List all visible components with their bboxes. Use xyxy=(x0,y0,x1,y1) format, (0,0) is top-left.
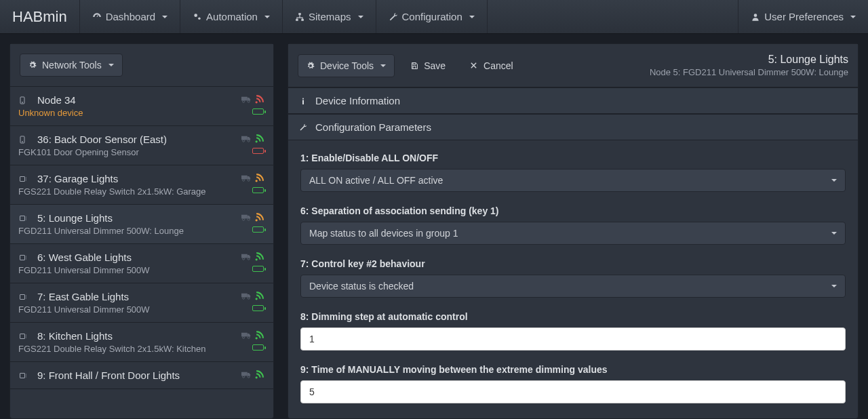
nav-automation[interactable]: Automation xyxy=(180,0,283,33)
section-configuration-parameters[interactable]: Configuration Parameters xyxy=(288,114,858,140)
node-item[interactable]: 9: Front Hall / Front Door Lights xyxy=(10,362,273,389)
button-label: Device Tools xyxy=(320,60,374,71)
svg-rect-18 xyxy=(20,176,25,181)
svg-rect-14 xyxy=(241,136,248,140)
network-tools-button[interactable]: Network Tools xyxy=(20,54,123,77)
user-icon xyxy=(751,12,760,22)
node-item[interactable]: 5: Lounge LightsFGD211 Universal Dimmer … xyxy=(10,205,273,244)
signal-icon xyxy=(255,252,264,261)
svg-point-1 xyxy=(198,17,201,19)
truck-icon xyxy=(241,292,252,300)
param-input[interactable] xyxy=(300,327,846,351)
device-tools-button[interactable]: Device Tools xyxy=(298,54,395,77)
cancel-button[interactable]: Cancel xyxy=(461,54,522,77)
battery-icon xyxy=(252,226,264,233)
svg-rect-38 xyxy=(20,334,25,338)
status-icons xyxy=(241,331,264,340)
select-value: ALL ON active / ALL OFF active xyxy=(309,175,443,186)
svg-rect-33 xyxy=(20,294,25,299)
truck-icon xyxy=(241,253,252,260)
device-type-icon xyxy=(18,175,37,183)
node-item[interactable]: 37: Garage LightsFGS221 Double Relay Swi… xyxy=(10,165,273,205)
param-label: 7: Control key #2 behaviour xyxy=(300,258,846,269)
battery-icon xyxy=(252,305,264,311)
device-type-icon xyxy=(18,96,37,105)
svg-point-30 xyxy=(243,258,245,260)
battery-icon xyxy=(252,148,264,154)
svg-rect-39 xyxy=(241,333,248,337)
signal-icon xyxy=(255,292,264,300)
close-icon xyxy=(470,62,479,69)
caret-icon xyxy=(469,16,475,18)
node-subtitle: Unknown device xyxy=(18,108,264,118)
node-item[interactable]: Node 34Unknown device xyxy=(10,87,273,126)
device-type-icon xyxy=(18,332,37,340)
param-select[interactable]: Device status is checked xyxy=(300,275,846,298)
node-list: Node 34Unknown device36: Back Door Senso… xyxy=(10,87,273,418)
param-select[interactable]: Map status to all devices in group 1 xyxy=(300,222,846,245)
signal-icon xyxy=(255,134,264,143)
svg-point-27 xyxy=(256,219,258,221)
svg-point-50 xyxy=(302,98,304,99)
save-button[interactable]: Save xyxy=(401,54,454,77)
svg-point-47 xyxy=(256,376,258,378)
caret-icon xyxy=(380,64,386,67)
svg-point-20 xyxy=(243,179,245,181)
caret-icon xyxy=(831,179,837,182)
svg-rect-48 xyxy=(413,62,416,64)
svg-rect-44 xyxy=(241,372,248,376)
gears-icon xyxy=(193,12,202,22)
wrench-icon xyxy=(389,12,398,22)
section-device-information[interactable]: Device Information xyxy=(288,87,858,114)
node-title: 5: Lounge Lights xyxy=(37,212,113,224)
svg-rect-3 xyxy=(296,18,298,20)
page-subtitle: Node 5: FGD211 Universal Dimmer 500W: Lo… xyxy=(650,67,848,77)
select-value: Device status is checked xyxy=(309,281,414,292)
svg-point-25 xyxy=(243,218,245,220)
svg-point-45 xyxy=(243,376,245,378)
nav-sitemaps[interactable]: Sitemaps xyxy=(283,0,376,33)
svg-point-16 xyxy=(248,140,250,142)
svg-point-37 xyxy=(256,298,258,300)
svg-point-5 xyxy=(754,14,757,17)
button-label: Save xyxy=(424,60,446,71)
param-input[interactable] xyxy=(300,380,846,403)
nav-configuration[interactable]: Configuration xyxy=(376,0,488,33)
node-title: 9: Front Hall / Front Door Lights xyxy=(37,370,180,381)
svg-point-35 xyxy=(243,297,245,299)
node-item[interactable]: 8: Kitchen LightsFGS221 Double Relay Swi… xyxy=(10,323,273,362)
svg-point-22 xyxy=(256,180,258,182)
caret-icon xyxy=(831,232,837,235)
device-type-icon xyxy=(18,293,37,301)
node-title: 36: Back Door Sensor (East) xyxy=(37,134,167,145)
signal-icon xyxy=(255,370,264,379)
caret-icon xyxy=(831,285,837,287)
caret-icon xyxy=(162,16,167,18)
svg-point-15 xyxy=(243,140,245,142)
node-item[interactable]: 36: Back Door Sensor (East)FGK101 Door O… xyxy=(10,126,273,165)
svg-rect-51 xyxy=(302,100,304,104)
signal-icon xyxy=(255,331,264,340)
node-subtitle: FGD211 Universal Dimmer 500W xyxy=(18,304,264,315)
node-subtitle: FGS221 Double Relay Switch 2x1.5kW: Gara… xyxy=(18,186,264,197)
nav-dashboard[interactable]: Dashboard xyxy=(80,0,180,33)
svg-rect-19 xyxy=(241,176,248,180)
brand: HABmin xyxy=(0,0,80,33)
status-icons xyxy=(241,213,264,222)
button-label: Cancel xyxy=(484,60,513,71)
content-panel: Device Tools Save Cancel 5: Lounge Light… xyxy=(288,43,859,419)
svg-rect-29 xyxy=(241,254,248,258)
truck-icon xyxy=(241,332,252,339)
param: 9: Time of MANUALLY moving between the e… xyxy=(300,364,846,403)
navbar: HABmin Dashboard Automation Sitemaps Con… xyxy=(0,0,868,34)
svg-rect-49 xyxy=(413,66,416,68)
node-item[interactable]: 6: West Gable LightsFGD211 Universal Dim… xyxy=(10,244,273,283)
wrench-icon xyxy=(299,123,309,132)
param-select[interactable]: ALL ON active / ALL OFF active xyxy=(300,169,846,192)
svg-point-0 xyxy=(194,14,197,17)
node-title: 37: Garage Lights xyxy=(37,173,118,184)
node-title: 8: Kitchen Lights xyxy=(37,330,113,342)
node-item[interactable]: 7: East Gable LightsFGD211 Universal Dim… xyxy=(10,283,273,323)
nav-user-preferences[interactable]: User Preferences xyxy=(738,0,868,33)
status-icons xyxy=(241,174,264,182)
